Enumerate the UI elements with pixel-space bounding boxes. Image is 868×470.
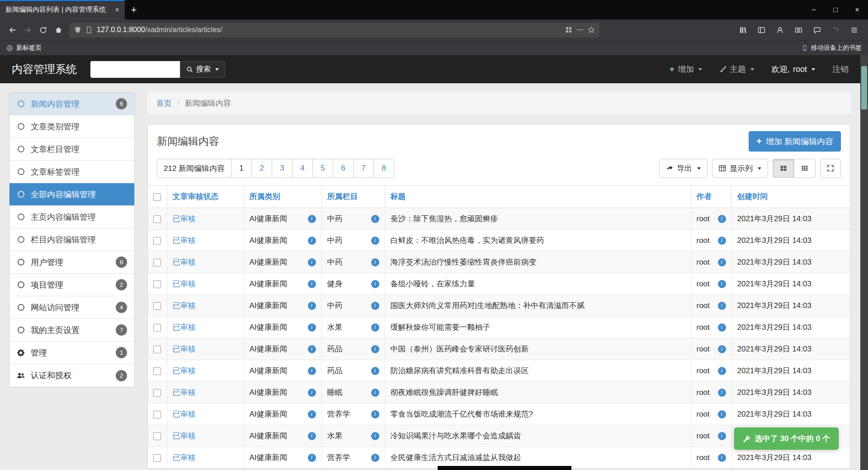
fullscreen-button[interactable]: [820, 159, 841, 178]
add-menu[interactable]: + 增加: [670, 64, 702, 75]
info-icon[interactable]: i: [371, 389, 379, 397]
info-icon[interactable]: i: [718, 454, 726, 462]
info-icon[interactable]: i: [718, 302, 726, 310]
undo-icon[interactable]: [828, 22, 843, 38]
info-icon[interactable]: i: [308, 215, 316, 223]
sidebar-item-article-tag[interactable]: 文章标签管理: [9, 161, 134, 183]
row-checkbox[interactable]: [153, 259, 161, 266]
scrollbar[interactable]: [860, 55, 868, 470]
row-checkbox[interactable]: [153, 215, 161, 223]
info-icon[interactable]: i: [308, 258, 316, 266]
bookmark-star-icon[interactable]: [588, 26, 595, 33]
info-icon[interactable]: i: [308, 432, 316, 440]
row-checkbox[interactable]: [153, 454, 161, 462]
chat-icon[interactable]: [809, 22, 825, 38]
info-icon[interactable]: i: [718, 345, 726, 353]
column-header-1[interactable]: 所属类别: [244, 185, 321, 208]
info-icon[interactable]: i: [371, 367, 379, 375]
row-checkbox[interactable]: [153, 367, 161, 375]
row-checkbox[interactable]: [153, 389, 161, 397]
sidebar-item-all-content-edit[interactable]: 全部内容编辑管理: [9, 183, 134, 206]
row-checkbox[interactable]: [153, 237, 161, 245]
info-icon[interactable]: i: [371, 432, 379, 440]
review-status-link[interactable]: 已审核: [173, 388, 196, 397]
minimize-button[interactable]: −: [803, 0, 825, 19]
review-status-link[interactable]: 已审核: [173, 410, 196, 418]
sidebar-item-user-management[interactable]: 用户管理 8: [9, 251, 134, 274]
review-status-link[interactable]: 已审核: [173, 323, 196, 332]
search-button[interactable]: 搜索: [180, 61, 225, 78]
info-icon[interactable]: i: [718, 323, 726, 332]
review-status-link[interactable]: 已审核: [173, 345, 196, 353]
row-checkbox[interactable]: [153, 324, 161, 332]
info-icon[interactable]: i: [718, 367, 726, 375]
menu-icon[interactable]: [846, 22, 862, 38]
info-icon[interactable]: i: [371, 215, 379, 223]
home-icon[interactable]: [51, 22, 66, 38]
sidebar-item-admin[interactable]: 管理 1: [9, 342, 134, 364]
sidebar-item-auth[interactable]: 认证和授权 2: [9, 364, 134, 387]
info-icon[interactable]: i: [308, 345, 316, 353]
review-status-link[interactable]: 已审核: [173, 301, 196, 310]
review-status-link[interactable]: 已审核: [173, 366, 196, 375]
info-icon[interactable]: i: [371, 302, 379, 310]
page-button-4[interactable]: 4: [292, 159, 313, 178]
page-button-8[interactable]: 8: [373, 159, 394, 178]
review-status-link[interactable]: 已审核: [173, 258, 196, 266]
sidebar-item-project-management[interactable]: 项目管理 2: [9, 274, 134, 296]
info-icon[interactable]: i: [718, 432, 726, 440]
sidebar-item-home-content-edit[interactable]: 主页内容编辑管理: [9, 206, 134, 228]
back-icon[interactable]: [5, 22, 20, 38]
sidebar-item-column-content-edit[interactable]: 栏目内容编辑管理: [9, 228, 134, 251]
add-article-button[interactable]: + 增加 新闻编辑内容: [749, 131, 841, 152]
sidebar-item-article-column[interactable]: 文章栏目管理: [9, 138, 134, 161]
column-header-0[interactable]: 文章审核状态: [167, 185, 244, 208]
info-icon[interactable]: i: [718, 237, 726, 245]
export-button[interactable]: 导出: [659, 159, 708, 178]
row-checkbox[interactable]: [153, 346, 161, 353]
review-status-link[interactable]: 已审核: [173, 432, 196, 440]
breadcrumb-home-link[interactable]: 首页: [156, 98, 172, 109]
theme-menu[interactable]: 主题: [719, 64, 754, 75]
page-button-7[interactable]: 7: [353, 159, 374, 178]
info-icon[interactable]: i: [371, 323, 379, 332]
mobile-bookmarks[interactable]: 移动设备上的书签: [802, 44, 862, 52]
scrollbar-thumb[interactable]: [861, 66, 867, 109]
info-icon[interactable]: i: [308, 280, 316, 288]
review-status-link[interactable]: 已审核: [173, 214, 196, 223]
address-bar[interactable]: 127.0.0.1:8000/xadmin/articles/articles/: [70, 23, 599, 38]
extension-icon[interactable]: [565, 26, 572, 33]
info-icon[interactable]: i: [718, 215, 726, 223]
sidebar-toggle-icon[interactable]: [754, 22, 769, 38]
bookmark-new-tab[interactable]: 新标签页: [6, 44, 42, 52]
review-status-link[interactable]: 已审核: [173, 236, 196, 245]
screenshot-icon[interactable]: [791, 22, 806, 38]
site-brand[interactable]: 内容管理系统: [12, 62, 77, 76]
row-checkbox[interactable]: [153, 302, 161, 310]
info-icon[interactable]: i: [718, 258, 726, 266]
info-icon[interactable]: i: [308, 367, 316, 375]
close-window-button[interactable]: ×: [846, 0, 868, 19]
column-header-2[interactable]: 所属栏目: [321, 185, 385, 208]
info-icon[interactable]: i: [718, 410, 726, 418]
grid-small-view-button[interactable]: [794, 159, 816, 178]
column-header-3[interactable]: 标题: [385, 185, 691, 208]
page-button-1[interactable]: 1: [231, 159, 252, 178]
shield-icon[interactable]: [74, 26, 81, 33]
select-all-checkbox[interactable]: [153, 193, 161, 201]
review-status-link[interactable]: 已审核: [173, 280, 196, 288]
forward-icon[interactable]: [20, 22, 35, 38]
column-header-4[interactable]: 作者: [691, 185, 731, 208]
page-actions-icon[interactable]: [576, 26, 584, 33]
info-icon[interactable]: i: [718, 280, 726, 288]
info-icon[interactable]: i: [371, 258, 379, 266]
info-icon[interactable]: i: [308, 410, 316, 418]
maximize-button[interactable]: □: [825, 0, 846, 19]
column-header-5[interactable]: 创建时间: [731, 185, 850, 208]
sidebar-item-site-visit-management[interactable]: 网站访问管理 4: [9, 296, 134, 319]
info-icon[interactable]: i: [308, 302, 316, 310]
info-icon[interactable]: i: [371, 237, 379, 245]
row-checkbox[interactable]: [153, 411, 161, 418]
user-menu[interactable]: 欢迎, root: [771, 64, 815, 75]
info-icon[interactable]: i: [371, 280, 379, 288]
